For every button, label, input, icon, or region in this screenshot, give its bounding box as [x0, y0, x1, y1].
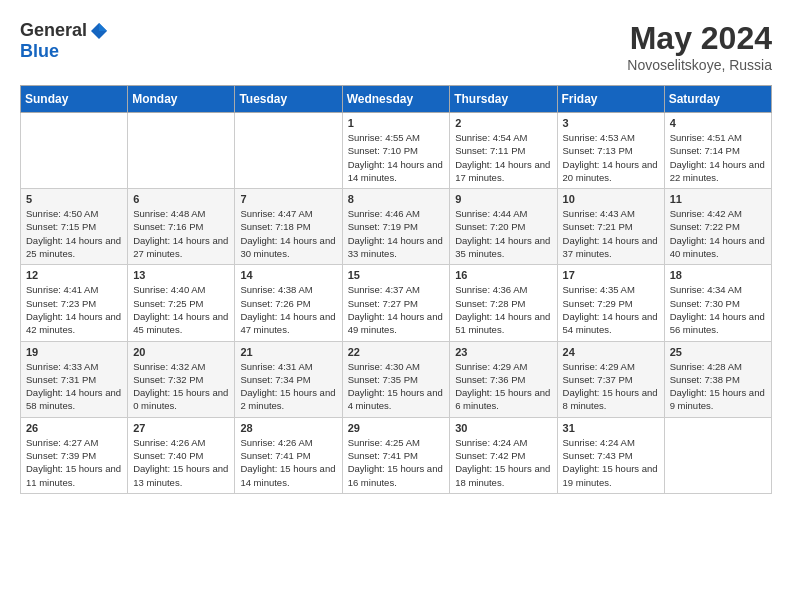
calendar-table: SundayMondayTuesdayWednesdayThursdayFrid…	[20, 85, 772, 494]
day-number: 29	[348, 422, 445, 434]
calendar-cell: 2Sunrise: 4:54 AM Sunset: 7:11 PM Daylig…	[450, 113, 557, 189]
day-info: Sunrise: 4:38 AM Sunset: 7:26 PM Dayligh…	[240, 283, 336, 336]
day-info: Sunrise: 4:27 AM Sunset: 7:39 PM Dayligh…	[26, 436, 122, 489]
day-info: Sunrise: 4:36 AM Sunset: 7:28 PM Dayligh…	[455, 283, 551, 336]
day-number: 30	[455, 422, 551, 434]
calendar-day-header: Saturday	[664, 86, 771, 113]
day-number: 3	[563, 117, 659, 129]
calendar-cell: 15Sunrise: 4:37 AM Sunset: 7:27 PM Dayli…	[342, 265, 450, 341]
day-number: 21	[240, 346, 336, 358]
calendar-cell: 14Sunrise: 4:38 AM Sunset: 7:26 PM Dayli…	[235, 265, 342, 341]
day-info: Sunrise: 4:26 AM Sunset: 7:40 PM Dayligh…	[133, 436, 229, 489]
calendar-cell: 24Sunrise: 4:29 AM Sunset: 7:37 PM Dayli…	[557, 341, 664, 417]
calendar-cell	[128, 113, 235, 189]
day-number: 13	[133, 269, 229, 281]
day-info: Sunrise: 4:51 AM Sunset: 7:14 PM Dayligh…	[670, 131, 766, 184]
day-info: Sunrise: 4:44 AM Sunset: 7:20 PM Dayligh…	[455, 207, 551, 260]
calendar-cell: 4Sunrise: 4:51 AM Sunset: 7:14 PM Daylig…	[664, 113, 771, 189]
calendar-day-header: Monday	[128, 86, 235, 113]
calendar-day-header: Wednesday	[342, 86, 450, 113]
day-number: 8	[348, 193, 445, 205]
day-number: 25	[670, 346, 766, 358]
logo-icon	[89, 21, 109, 41]
calendar-week-row: 12Sunrise: 4:41 AM Sunset: 7:23 PM Dayli…	[21, 265, 772, 341]
calendar-cell: 16Sunrise: 4:36 AM Sunset: 7:28 PM Dayli…	[450, 265, 557, 341]
day-info: Sunrise: 4:34 AM Sunset: 7:30 PM Dayligh…	[670, 283, 766, 336]
day-info: Sunrise: 4:47 AM Sunset: 7:18 PM Dayligh…	[240, 207, 336, 260]
calendar-week-row: 19Sunrise: 4:33 AM Sunset: 7:31 PM Dayli…	[21, 341, 772, 417]
svg-marker-1	[99, 23, 107, 31]
title-block: May 2024 Novoselitskoye, Russia	[627, 20, 772, 73]
calendar-cell: 6Sunrise: 4:48 AM Sunset: 7:16 PM Daylig…	[128, 189, 235, 265]
day-number: 23	[455, 346, 551, 358]
calendar-cell: 12Sunrise: 4:41 AM Sunset: 7:23 PM Dayli…	[21, 265, 128, 341]
calendar-cell: 13Sunrise: 4:40 AM Sunset: 7:25 PM Dayli…	[128, 265, 235, 341]
calendar-cell	[235, 113, 342, 189]
day-info: Sunrise: 4:55 AM Sunset: 7:10 PM Dayligh…	[348, 131, 445, 184]
day-number: 12	[26, 269, 122, 281]
day-info: Sunrise: 4:35 AM Sunset: 7:29 PM Dayligh…	[563, 283, 659, 336]
day-info: Sunrise: 4:24 AM Sunset: 7:42 PM Dayligh…	[455, 436, 551, 489]
day-number: 7	[240, 193, 336, 205]
calendar-cell: 23Sunrise: 4:29 AM Sunset: 7:36 PM Dayli…	[450, 341, 557, 417]
day-number: 17	[563, 269, 659, 281]
day-number: 31	[563, 422, 659, 434]
location: Novoselitskoye, Russia	[627, 57, 772, 73]
calendar-cell: 8Sunrise: 4:46 AM Sunset: 7:19 PM Daylig…	[342, 189, 450, 265]
calendar-week-row: 26Sunrise: 4:27 AM Sunset: 7:39 PM Dayli…	[21, 417, 772, 493]
day-info: Sunrise: 4:40 AM Sunset: 7:25 PM Dayligh…	[133, 283, 229, 336]
calendar-cell: 10Sunrise: 4:43 AM Sunset: 7:21 PM Dayli…	[557, 189, 664, 265]
day-info: Sunrise: 4:26 AM Sunset: 7:41 PM Dayligh…	[240, 436, 336, 489]
day-info: Sunrise: 4:41 AM Sunset: 7:23 PM Dayligh…	[26, 283, 122, 336]
calendar-cell: 19Sunrise: 4:33 AM Sunset: 7:31 PM Dayli…	[21, 341, 128, 417]
day-number: 24	[563, 346, 659, 358]
day-number: 9	[455, 193, 551, 205]
day-info: Sunrise: 4:53 AM Sunset: 7:13 PM Dayligh…	[563, 131, 659, 184]
calendar-cell: 3Sunrise: 4:53 AM Sunset: 7:13 PM Daylig…	[557, 113, 664, 189]
month-title: May 2024	[627, 20, 772, 57]
day-info: Sunrise: 4:54 AM Sunset: 7:11 PM Dayligh…	[455, 131, 551, 184]
day-info: Sunrise: 4:33 AM Sunset: 7:31 PM Dayligh…	[26, 360, 122, 413]
day-number: 19	[26, 346, 122, 358]
day-info: Sunrise: 4:37 AM Sunset: 7:27 PM Dayligh…	[348, 283, 445, 336]
calendar-cell: 18Sunrise: 4:34 AM Sunset: 7:30 PM Dayli…	[664, 265, 771, 341]
calendar-cell: 22Sunrise: 4:30 AM Sunset: 7:35 PM Dayli…	[342, 341, 450, 417]
day-info: Sunrise: 4:43 AM Sunset: 7:21 PM Dayligh…	[563, 207, 659, 260]
calendar-cell: 28Sunrise: 4:26 AM Sunset: 7:41 PM Dayli…	[235, 417, 342, 493]
day-info: Sunrise: 4:31 AM Sunset: 7:34 PM Dayligh…	[240, 360, 336, 413]
day-number: 22	[348, 346, 445, 358]
calendar-day-header: Thursday	[450, 86, 557, 113]
day-number: 27	[133, 422, 229, 434]
calendar-cell: 11Sunrise: 4:42 AM Sunset: 7:22 PM Dayli…	[664, 189, 771, 265]
day-number: 1	[348, 117, 445, 129]
logo-general-text: General	[20, 20, 87, 41]
calendar-week-row: 1Sunrise: 4:55 AM Sunset: 7:10 PM Daylig…	[21, 113, 772, 189]
calendar-cell: 17Sunrise: 4:35 AM Sunset: 7:29 PM Dayli…	[557, 265, 664, 341]
day-info: Sunrise: 4:42 AM Sunset: 7:22 PM Dayligh…	[670, 207, 766, 260]
calendar-cell: 29Sunrise: 4:25 AM Sunset: 7:41 PM Dayli…	[342, 417, 450, 493]
logo: General Blue	[20, 20, 109, 62]
calendar-cell: 9Sunrise: 4:44 AM Sunset: 7:20 PM Daylig…	[450, 189, 557, 265]
day-info: Sunrise: 4:29 AM Sunset: 7:36 PM Dayligh…	[455, 360, 551, 413]
page: General Blue May 2024 Novoselitskoye, Ru…	[0, 0, 792, 612]
day-info: Sunrise: 4:30 AM Sunset: 7:35 PM Dayligh…	[348, 360, 445, 413]
day-number: 11	[670, 193, 766, 205]
calendar-cell: 31Sunrise: 4:24 AM Sunset: 7:43 PM Dayli…	[557, 417, 664, 493]
day-number: 5	[26, 193, 122, 205]
day-number: 20	[133, 346, 229, 358]
calendar-cell: 30Sunrise: 4:24 AM Sunset: 7:42 PM Dayli…	[450, 417, 557, 493]
day-number: 6	[133, 193, 229, 205]
calendar-header-row: SundayMondayTuesdayWednesdayThursdayFrid…	[21, 86, 772, 113]
calendar-cell: 5Sunrise: 4:50 AM Sunset: 7:15 PM Daylig…	[21, 189, 128, 265]
calendar-cell	[21, 113, 128, 189]
day-info: Sunrise: 4:29 AM Sunset: 7:37 PM Dayligh…	[563, 360, 659, 413]
day-number: 2	[455, 117, 551, 129]
calendar-day-header: Friday	[557, 86, 664, 113]
calendar-cell	[664, 417, 771, 493]
calendar-cell: 27Sunrise: 4:26 AM Sunset: 7:40 PM Dayli…	[128, 417, 235, 493]
calendar-day-header: Sunday	[21, 86, 128, 113]
calendar-cell: 25Sunrise: 4:28 AM Sunset: 7:38 PM Dayli…	[664, 341, 771, 417]
day-number: 10	[563, 193, 659, 205]
day-number: 18	[670, 269, 766, 281]
calendar-week-row: 5Sunrise: 4:50 AM Sunset: 7:15 PM Daylig…	[21, 189, 772, 265]
